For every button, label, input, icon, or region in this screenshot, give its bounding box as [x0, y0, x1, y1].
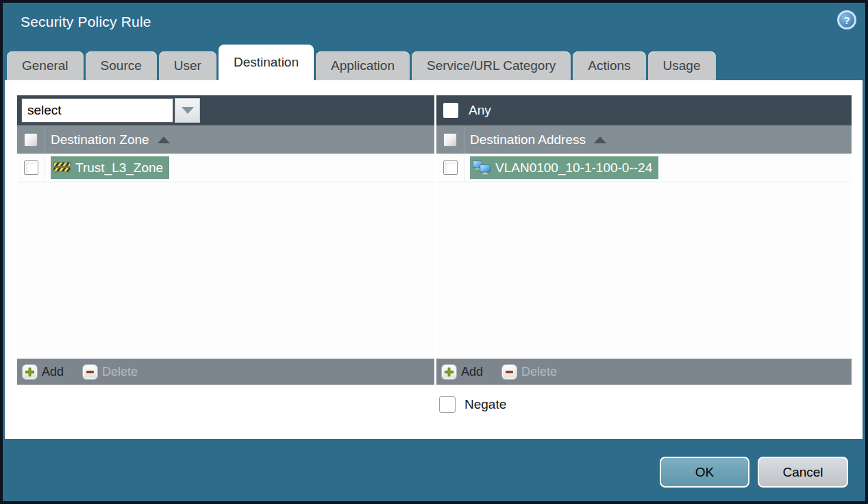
zone-select-combo: select [21, 98, 200, 123]
zone-select-dropdown-button[interactable] [175, 98, 200, 123]
sort-ascending-icon[interactable] [158, 136, 170, 143]
tab-application[interactable]: Application [316, 51, 410, 80]
address-add-button[interactable]: Add [442, 365, 483, 379]
address-chip[interactable]: VLAN0100_10-1-100-0--24 [470, 156, 658, 179]
tab-user[interactable]: User [159, 51, 216, 80]
zone-row-checkbox-cell [17, 154, 45, 182]
tab-actions[interactable]: Actions [573, 51, 645, 80]
zone-select-input[interactable]: select [21, 98, 173, 123]
ok-button[interactable]: OK [660, 457, 749, 488]
zone-table-body: Trust_L3_Zone [17, 154, 434, 359]
address-column-header[interactable]: Destination Address [470, 132, 586, 147]
address-delete-label: Delete [521, 365, 557, 379]
zone-column-header[interactable]: Destination Zone [51, 132, 149, 147]
table-row[interactable]: Trust_L3_Zone [17, 154, 434, 182]
sort-ascending-icon[interactable] [594, 136, 606, 143]
address-table-body: VLAN0100_10-1-100-0--24 [436, 154, 852, 359]
address-row-checkbox[interactable] [443, 160, 458, 175]
table-row[interactable]: VLAN0100_10-1-100-0--24 [436, 154, 852, 182]
tab-usage[interactable]: Usage [648, 51, 716, 80]
address-select-all-checkbox[interactable] [443, 133, 457, 147]
zone-panel-toolbar: select [17, 95, 434, 125]
address-column-header-row: Destination Address [436, 125, 852, 154]
tab-destination[interactable]: Destination [219, 45, 314, 80]
tab-content-destination: select Destination Zone [5, 80, 863, 439]
zone-add-label: Add [42, 365, 64, 379]
zone-select-all-checkbox[interactable] [24, 133, 38, 147]
tab-service-url-category[interactable]: Service/URL Category [412, 51, 571, 80]
zone-chip[interactable]: Trust_L3_Zone [51, 156, 169, 179]
security-policy-rule-dialog: Security Policy Rule ? General Source Us… [3, 3, 865, 501]
address-header-checkbox-cell [436, 126, 464, 154]
delete-minus-icon [83, 365, 97, 379]
address-panel-footer: Add Delete [436, 359, 852, 385]
zone-barrier-icon [53, 161, 71, 174]
any-checkbox[interactable] [443, 103, 458, 118]
negate-checkbox[interactable] [439, 396, 456, 413]
zone-row-checkbox[interactable] [24, 160, 38, 175]
delete-minus-icon [502, 365, 517, 379]
cancel-button[interactable]: Cancel [758, 457, 848, 488]
address-row-checkbox-cell [436, 154, 464, 182]
address-panel-toolbar: Any [436, 95, 852, 125]
tab-general[interactable]: General [7, 51, 84, 80]
add-plus-icon [23, 365, 37, 379]
help-icon[interactable]: ? [837, 10, 856, 29]
zone-row-label: Trust_L3_Zone [75, 160, 163, 176]
zone-delete-label: Delete [102, 365, 138, 379]
chevron-down-icon [182, 107, 194, 114]
negate-option: Negate [439, 396, 506, 413]
zone-column-header-row: Destination Zone [17, 125, 434, 154]
dialog-title: Security Policy Rule [21, 14, 151, 30]
tab-bar: General Source User Destination Applicat… [7, 45, 716, 80]
zone-header-checkbox-cell [17, 126, 45, 154]
address-delete-button[interactable]: Delete [502, 365, 557, 379]
address-add-label: Add [461, 365, 483, 379]
network-computers-icon [473, 160, 491, 175]
tab-source[interactable]: Source [86, 51, 157, 80]
any-label: Any [469, 103, 491, 118]
zone-panel-footer: Add Delete [17, 359, 434, 385]
destination-address-panel: Any Destination Address [436, 95, 852, 385]
negate-label: Negate [464, 397, 506, 412]
destination-zone-panel: select Destination Zone [17, 95, 434, 385]
zone-delete-button[interactable]: Delete [83, 365, 138, 379]
address-row-label: VLAN0100_10-1-100-0--24 [495, 160, 652, 176]
add-plus-icon [442, 365, 456, 379]
zone-add-button[interactable]: Add [23, 365, 64, 379]
